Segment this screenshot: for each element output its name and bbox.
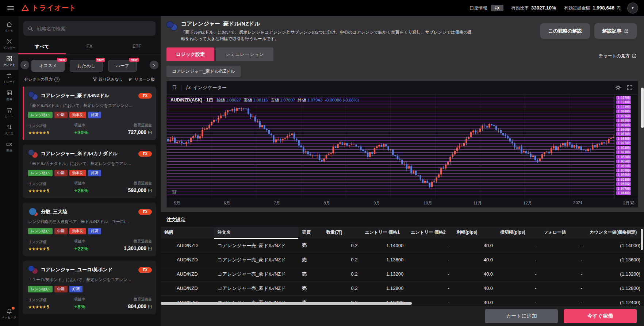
strategy-card[interactable]: 分散_三大陸 FX レンジ戦略の三大通貨ペア、米ドル/NZドル、ユーロ/… レン… xyxy=(23,203,156,256)
order-entry-price1: 1.14000 xyxy=(361,238,407,253)
app-logo[interactable]: トライオート xyxy=(21,3,76,13)
col-quantity[interactable]: 数量(万) xyxy=(323,227,361,238)
chart-time-axis[interactable]: 5月6月7月8月9月10月11月12月20242月 xyxy=(167,198,638,207)
menu-icon[interactable] xyxy=(6,4,15,12)
card-tag: 効率良 xyxy=(69,112,86,118)
card-stats: リスク評価 ★★★★★5 収益率 +8% 推奨証拠金 804,000 円 xyxy=(28,297,152,310)
asset-tabs: すべて FX ETF xyxy=(18,39,161,54)
col-profit-pips[interactable]: 利幅(pips) xyxy=(453,227,497,238)
x-axis-label: 8月 xyxy=(324,200,330,206)
chart-guide-link[interactable]: チャートの見方 xyxy=(599,53,637,61)
return-label: 収益率 xyxy=(74,297,106,302)
tab-simulation[interactable]: シミュレーション xyxy=(216,47,273,61)
order-profit-pips: 40.0 xyxy=(453,253,497,267)
chart-toolbar: 日 ƒx インジケーター xyxy=(167,81,638,95)
chip-trial[interactable]: おためし NEW xyxy=(70,60,103,72)
order-follow: - xyxy=(540,281,586,295)
col-stoploss-pips[interactable]: 損切幅(pips) xyxy=(497,227,540,238)
account-dropdown-button[interactable]: ▼ xyxy=(627,3,638,14)
col-symbol[interactable]: 銘柄 xyxy=(161,227,214,238)
order-row[interactable]: AUD/NZD コアレンジャー売_豪ドル/NZド 売 0.2 1.14000 -… xyxy=(161,238,644,253)
carousel-left-icon[interactable]: ‹ xyxy=(20,61,29,69)
col-follow[interactable]: フォロー値 xyxy=(540,227,586,238)
indicators-button[interactable]: ƒx インジケーター xyxy=(186,84,227,91)
strategy-explain-button[interactable]: この戦略の解説 xyxy=(540,23,590,39)
price-scale-label: 1.07700 xyxy=(616,141,631,145)
card-title: コアレンジャー_豪ドル/NZドル xyxy=(41,92,135,99)
risk-label: リスク評価 xyxy=(28,181,74,187)
card-tags: レンジ狙い中期効率良好調 xyxy=(28,170,152,176)
tab-logic-settings[interactable]: ロジック設定 xyxy=(166,47,214,61)
col-side[interactable]: 売買 xyxy=(298,227,322,238)
col-entry-price1[interactable]: エントリー 価格1 xyxy=(361,227,407,238)
sidebar-item-video[interactable]: 動画 xyxy=(0,138,18,156)
info-icon xyxy=(632,53,637,58)
account-info-label: 口座情報 xyxy=(470,5,487,11)
search-input[interactable] xyxy=(36,26,151,32)
axis-settings-icon[interactable] xyxy=(629,200,635,206)
select-guide-link[interactable]: セレクトの見方 ? xyxy=(24,77,87,82)
col-counter[interactable]: カウンター値(価格指定) xyxy=(586,227,644,238)
sidebar-item-message[interactable]: メッセージ xyxy=(0,305,18,322)
carousel-right-icon[interactable]: › xyxy=(150,61,158,69)
chart-settings-icon[interactable] xyxy=(615,85,621,91)
order-counter: (1.14000) xyxy=(586,238,644,253)
strategy-card[interactable]: コアレンジャー_ユーロ/英ポンド FX 「ユーロ/英ポンド」において、想定レンジ… xyxy=(23,261,156,314)
add-to-cart-button[interactable]: カートに追加 xyxy=(485,309,558,323)
article-button[interactable]: 解説記事 xyxy=(594,23,637,39)
sidebar-item-builder[interactable]: ビルダー xyxy=(0,35,18,53)
risk-value: 5 xyxy=(47,246,49,252)
bell-icon xyxy=(6,308,12,314)
fullscreen-icon[interactable] xyxy=(627,85,633,91)
card-description: 「米ドル/カナダドル」において、想定レンジをコアレ… xyxy=(28,161,152,166)
margin-label: 推奨証拠金 xyxy=(106,181,152,186)
sidebar-item-cart[interactable]: カート xyxy=(0,104,18,121)
horizontal-scrollbar[interactable] xyxy=(161,302,412,305)
logo-icon xyxy=(21,4,29,12)
return-label: 収益率 xyxy=(74,239,106,244)
order-row[interactable]: AUD/NZD コアレンジャー売_豪ドル/NZド 売 0.2 1.13600 -… xyxy=(161,253,644,267)
sidebar-item-deposit[interactable]: 入出金 xyxy=(0,121,18,138)
return-value: +8% xyxy=(74,303,106,310)
order-row[interactable]: AUD/NZD コアレンジャー売_豪ドル/NZド 売 0.2 1.13200 -… xyxy=(161,267,644,281)
order-counter: (1.12800) xyxy=(586,281,644,295)
interval-button[interactable]: 日 xyxy=(172,84,177,91)
sidebar-item-home[interactable]: ホーム xyxy=(0,18,18,35)
filter-button[interactable]: 絞り込みなし xyxy=(92,77,123,82)
x-axis-label: 6月 xyxy=(224,200,230,206)
chip-half[interactable]: ハーフ NEW xyxy=(108,60,137,72)
order-quantity: 0.2 xyxy=(323,238,361,253)
new-badge: NEW xyxy=(96,58,106,62)
order-row[interactable]: AUD/NZD コアレンジャー売_豪ドル/NZド 売 0.2 1.12800 -… xyxy=(161,281,644,295)
sort-button[interactable]: リターン順 xyxy=(128,77,155,82)
tab-etf[interactable]: ETF xyxy=(113,39,161,54)
price-scale[interactable]: 1.107001.104001.101001.098001.095001.092… xyxy=(614,95,638,198)
run-now-button[interactable]: 今すぐ稼働 xyxy=(564,309,637,323)
strategy-chip[interactable]: コアレンジャー_豪ドル/NZドル xyxy=(166,66,241,77)
price-scale-label: 1.06500 xyxy=(616,160,631,164)
chip-recommended[interactable]: オススメ NEW xyxy=(31,60,65,72)
card-stats: リスク評価 ★★★★★5 収益率 +26% 推奨証拠金 592,000 円 xyxy=(28,181,152,193)
candlestick-chart[interactable]: AUD/NZD(ASK) · 1日 始値1.08027 高値1.08116 安値… xyxy=(167,95,614,198)
col-order-name[interactable]: 注文名 xyxy=(214,227,299,238)
order-stoploss-pips: - xyxy=(497,281,540,295)
chart-panel: 日 ƒx インジケーター AUD/NZD(ASK) · 1日 始値1.08027… xyxy=(166,81,638,208)
order-quantity: 0.2 xyxy=(323,267,361,281)
margin-label: 推奨証拠金 xyxy=(106,239,152,244)
margin-label: 推奨証拠金 xyxy=(106,123,152,128)
strategy-card[interactable]: コアレンジャー_米ドル/カナダドル FX 「米ドル/カナダドル」において、想定レ… xyxy=(23,145,156,198)
sidebar-item-select[interactable]: セレクト xyxy=(0,53,18,70)
search-box[interactable] xyxy=(23,21,156,36)
sidebar-item-inquiry[interactable]: 照会 xyxy=(0,87,18,104)
tab-fx[interactable]: FX xyxy=(66,39,113,54)
table-vertical-scrollbar[interactable] xyxy=(641,229,643,250)
main-vertical-scrollbar[interactable] xyxy=(641,88,644,128)
card-fx-badge: FX xyxy=(138,209,152,215)
col-entry-price2[interactable]: エントリー 価格2 xyxy=(407,227,453,238)
strategy-card[interactable]: コアレンジャー_豪ドル/NZドル FX 「豪ドル/NZドル」において、想定レンジ… xyxy=(23,87,156,140)
tab-all[interactable]: すべて xyxy=(18,39,66,54)
price-scale-label: 1.04400 xyxy=(616,191,631,195)
price-scale-label: 1.10700 xyxy=(616,96,631,100)
order-follow: - xyxy=(540,295,586,306)
sidebar-item-trade[interactable]: トレード xyxy=(0,70,18,87)
